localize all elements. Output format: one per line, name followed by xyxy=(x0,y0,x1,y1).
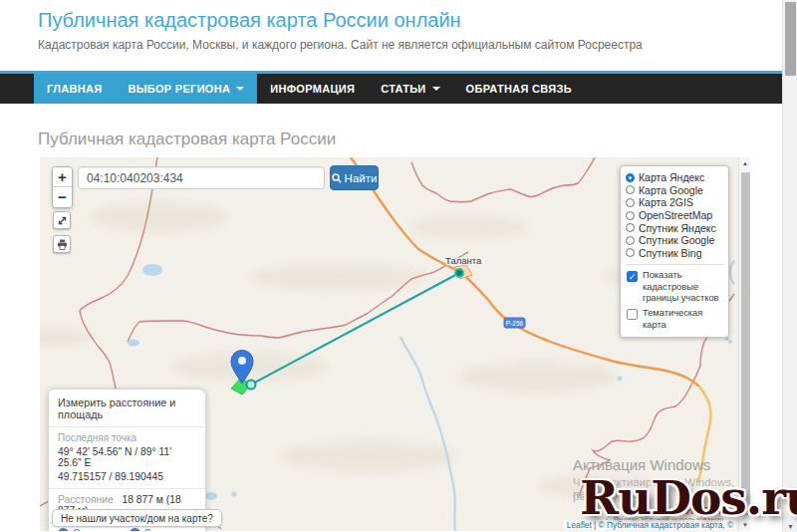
layer-label: Спутник Яндекс xyxy=(639,222,716,234)
nav-item-glavnaya[interactable]: ГЛАВНАЯ xyxy=(34,74,115,104)
check-icon: ✓ xyxy=(130,528,140,531)
cadastral-search-input[interactable] xyxy=(78,166,325,189)
main-nav: ГЛАВНАЯ ВЫБОР РЕГИОНА ИНФОРМАЦИЯ СТАТЬИ … xyxy=(0,74,782,104)
search-button-label: Найти xyxy=(345,172,378,184)
distance-label: Расстояние xyxy=(58,494,114,505)
divider xyxy=(626,264,723,265)
nav-item-label: СТАТЬИ xyxy=(381,83,425,95)
site-subtitle: Кадастровая карта России, Москвы, и кажд… xyxy=(38,38,643,52)
fullscreen-icon xyxy=(57,215,68,226)
scroll-up-arrow-icon[interactable]: ▲ xyxy=(739,160,750,166)
nav-item-label: ОБРАТНАЯ СВЯЗЬ xyxy=(466,83,572,95)
scrollbar-thumb[interactable] xyxy=(785,2,796,76)
site-title-link[interactable]: Публичная кадастровая карта России онлай… xyxy=(38,9,461,32)
nav-item-label: ИНФОРМАЦИЯ xyxy=(270,83,355,95)
measure-endpoint[interactable] xyxy=(455,269,463,277)
coords-dms: 49° 42' 54.56" N / 89° 11' 25.6" E xyxy=(58,446,196,468)
radio-checked-icon xyxy=(626,173,635,182)
page: Публичная кадастровая карта России онлай… xyxy=(0,0,797,532)
print-button[interactable] xyxy=(53,235,71,253)
nav-item-informaciya[interactable]: ИНФОРМАЦИЯ xyxy=(257,74,368,104)
layers-panel: Карта Яндекс Карта Google Карта 2GIS Ope… xyxy=(620,165,729,338)
coords-decimal: 49.715157 / 89.190445 xyxy=(58,471,196,482)
layer-option-sputnik-google[interactable]: Спутник Google xyxy=(626,234,723,247)
last-point-label: Последняя точка xyxy=(58,432,196,443)
radio-icon xyxy=(626,198,635,207)
road-shield: Р-256 xyxy=(504,318,525,328)
finish-label: Закончить измерение xyxy=(144,528,248,531)
checkbox-thematic-map[interactable]: Тематическая карта xyxy=(626,308,723,331)
site-header: Публичная кадастровая карта России онлай… xyxy=(0,0,782,71)
nav-item-vybor-regiona[interactable]: ВЫБОР РЕГИОНА xyxy=(115,74,257,104)
page-title: Публичная кадастровая карта России xyxy=(38,130,336,149)
chevron-down-icon xyxy=(236,87,244,91)
layer-label: OpenStreetMap xyxy=(639,209,712,221)
place-label[interactable]: Таланта xyxy=(445,255,482,266)
cancel-label: Отменить xyxy=(73,528,120,531)
layer-label: Спутник Bing xyxy=(639,247,702,259)
search-button[interactable]: Найти xyxy=(330,165,379,190)
checkbox-icon xyxy=(627,309,638,320)
cancel-icon: ✕ xyxy=(58,528,69,531)
measure-title: Измерить расстояние и площадь xyxy=(58,397,196,420)
rudos-watermark: RuDos.ru xyxy=(580,470,797,525)
radio-icon xyxy=(626,185,635,194)
cancel-measure-link[interactable]: ✕Отменить xyxy=(58,528,120,531)
radio-icon xyxy=(626,248,635,257)
search-icon xyxy=(332,173,342,183)
layer-option-karta-2gis[interactable]: Карта 2GIS xyxy=(626,196,723,209)
not-found-button[interactable]: Не нашли участок/дом на карте? xyxy=(52,509,222,527)
radio-icon xyxy=(626,236,635,245)
layer-option-sputnik-bing[interactable]: Спутник Bing xyxy=(626,247,723,260)
checkbox-checked-icon: ✓ xyxy=(627,271,638,282)
nav-item-stati[interactable]: СТАТЬИ xyxy=(368,74,452,104)
layer-option-sputnik-yandex[interactable]: Спутник Яндекс xyxy=(626,221,723,234)
checkbox-cadastral-borders[interactable]: ✓Показать кадастровые границы участков xyxy=(626,270,723,305)
zoom-out-button[interactable]: − xyxy=(53,187,72,207)
nav-item-obratnaya-svyaz[interactable]: ОБРАТНАЯ СВЯЗЬ xyxy=(453,74,585,104)
layer-option-karta-yandex[interactable]: Карта Яндекс xyxy=(626,171,723,184)
chevron-down-icon xyxy=(432,87,440,91)
radio-icon xyxy=(626,211,635,220)
radio-icon xyxy=(626,223,635,232)
finish-measure-link[interactable]: ✓Закончить измерение xyxy=(130,528,248,531)
layer-label: Карта Яндекс xyxy=(639,171,704,183)
checkbox-label: Показать кадастровые границы участков xyxy=(643,270,723,305)
layer-label: Карта Google xyxy=(639,184,703,196)
printer-icon xyxy=(57,239,68,250)
nav-item-label: ГЛАВНАЯ xyxy=(47,83,102,95)
zoom-in-button[interactable]: + xyxy=(53,167,72,187)
nav-item-label: ВЫБОР РЕГИОНА xyxy=(128,83,230,95)
checkbox-label: Тематическая карта xyxy=(643,308,723,331)
svg-text:Р-256: Р-256 xyxy=(506,320,524,327)
layer-label: Спутник Google xyxy=(639,234,714,246)
layer-option-karta-google[interactable]: Карта Google xyxy=(626,184,723,197)
divider xyxy=(49,488,205,489)
measure-startpoint[interactable] xyxy=(247,381,256,390)
layer-option-openstreetmap[interactable]: OpenStreetMap xyxy=(626,209,723,222)
divider xyxy=(49,426,205,427)
scrollbar-thumb[interactable] xyxy=(741,172,750,515)
page-scrollbar[interactable]: ▼ xyxy=(782,0,797,532)
zoom-control: + − xyxy=(52,166,73,208)
layer-label: Карта 2GIS xyxy=(639,196,693,208)
fullscreen-button[interactable] xyxy=(53,211,71,229)
